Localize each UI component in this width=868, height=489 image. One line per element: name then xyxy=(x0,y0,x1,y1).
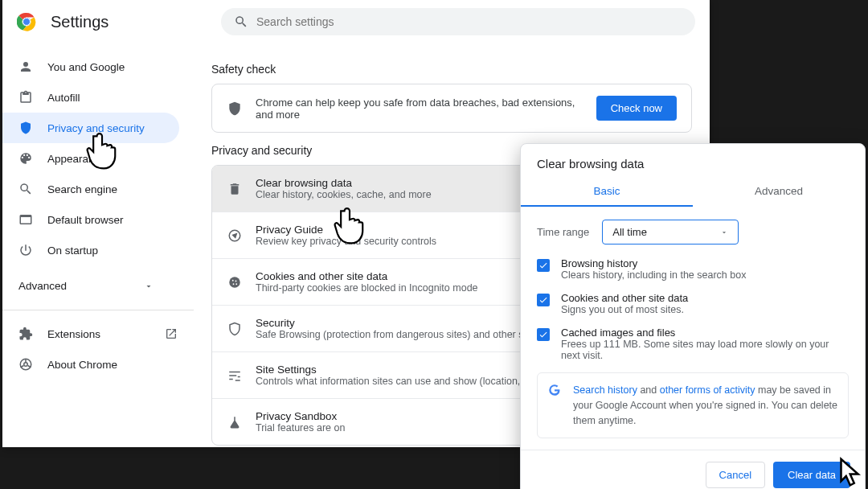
browser-icon xyxy=(18,212,33,227)
safety-card: Chrome can help keep you safe from data … xyxy=(211,84,692,133)
time-range-value: All time xyxy=(612,226,647,238)
sidebar-item-label: Appearance xyxy=(47,153,106,165)
sidebar-item-label: Privacy and security xyxy=(47,122,145,134)
sidebar-item-default-browser[interactable]: Default browser xyxy=(2,204,179,235)
svg-point-11 xyxy=(235,283,237,285)
safety-text: Chrome can help keep you safe from data … xyxy=(256,97,583,121)
search-icon xyxy=(234,14,248,29)
clipboard-icon xyxy=(18,90,33,105)
search-input[interactable] xyxy=(256,15,682,28)
cookie-icon xyxy=(227,275,243,290)
sidebar-divider xyxy=(2,310,194,310)
dialog-title: Clear browsing data xyxy=(521,144,865,177)
time-range-label: Time range xyxy=(537,226,589,238)
svg-point-7 xyxy=(229,277,240,288)
flask-icon xyxy=(227,415,243,429)
clear-browsing-data-dialog: Clear browsing data Basic Advanced Time … xyxy=(520,143,866,489)
check-title: Cookies and other site data xyxy=(561,292,688,304)
about-label: About Chrome xyxy=(47,359,117,371)
sidebar-item-search-engine[interactable]: Search engine xyxy=(2,174,179,204)
check-browsing-history[interactable]: Browsing historyClears history, includin… xyxy=(537,257,849,281)
sidebar-item-about-chrome[interactable]: About Chrome xyxy=(2,349,194,380)
sliders-icon xyxy=(227,368,243,383)
privacy-item-title: Privacy Guide xyxy=(256,224,436,236)
extension-icon xyxy=(18,327,33,341)
check-now-button[interactable]: Check now xyxy=(596,96,677,121)
checkbox-icon[interactable] xyxy=(537,328,550,341)
shield-icon xyxy=(227,101,243,117)
time-range-dropdown[interactable]: All time xyxy=(602,220,739,244)
chrome-outline-icon xyxy=(18,357,33,372)
open-in-new-icon xyxy=(165,327,178,340)
check-title: Browsing history xyxy=(561,257,746,269)
topbar: Settings xyxy=(2,0,710,43)
chevron-down-icon xyxy=(720,228,728,236)
palette-icon xyxy=(18,151,33,166)
shield-outline-icon xyxy=(227,322,243,336)
sidebar-item-label: Default browser xyxy=(47,214,124,226)
svg-point-5 xyxy=(24,363,28,367)
privacy-item-title: Clear browsing data xyxy=(256,177,432,189)
trash-icon xyxy=(227,182,243,196)
sidebar-item-you-and-google[interactable]: You and Google xyxy=(2,51,179,82)
sidebar-item-on-startup[interactable]: On startup xyxy=(2,235,179,265)
svg-point-8 xyxy=(232,279,234,281)
sidebar-item-label: You and Google xyxy=(47,61,125,73)
sidebar-item-label: On startup xyxy=(47,244,98,257)
privacy-item-title: Cookies and other site data xyxy=(256,270,478,282)
sidebar-item-privacy-and-security[interactable]: Privacy and security xyxy=(2,113,179,143)
chrome-logo-icon xyxy=(17,12,36,31)
privacy-item-sub: Third-party cookies are blocked in Incog… xyxy=(256,282,478,294)
chevron-down-icon xyxy=(144,281,154,291)
compass-icon xyxy=(227,228,243,243)
sidebar-item-label: Search engine xyxy=(47,183,117,195)
power-icon xyxy=(18,243,33,257)
info-mid: and xyxy=(637,384,660,396)
tab-advanced[interactable]: Advanced xyxy=(693,177,865,207)
check-cached[interactable]: Cached images and filesFrees up 111 MB. … xyxy=(537,327,849,361)
check-sub: Clears history, including in the search … xyxy=(561,269,746,281)
checkbox-icon[interactable] xyxy=(537,294,550,306)
person-icon xyxy=(18,60,33,74)
magnify-icon xyxy=(18,182,33,196)
check-cookies[interactable]: Cookies and other site dataSigns you out… xyxy=(537,292,849,315)
privacy-item-sub: Clear history, cookies, cache, and more xyxy=(256,189,432,200)
privacy-item-sub: Review key privacy and security controls xyxy=(256,236,436,247)
google-g-icon xyxy=(547,383,562,428)
sidebar-item-autofill[interactable]: Autofill xyxy=(2,82,179,113)
sidebar-item-label: Autofill xyxy=(47,92,80,104)
sidebar-advanced[interactable]: Advanced xyxy=(2,270,170,302)
shield-icon xyxy=(18,121,33,135)
check-sub: Frees up 111 MB. Some sites may load mor… xyxy=(561,339,849,361)
search-wrap xyxy=(221,8,695,35)
checkbox-icon[interactable] xyxy=(537,259,550,272)
sidebar: You and Google Autofill Privacy and secu… xyxy=(2,43,194,447)
search-history-link[interactable]: Search history xyxy=(573,384,637,396)
advanced-label: Advanced xyxy=(18,280,67,292)
check-title: Cached images and files xyxy=(561,327,849,339)
cancel-button[interactable]: Cancel xyxy=(706,462,765,488)
svg-point-2 xyxy=(23,18,30,25)
sidebar-item-appearance[interactable]: Appearance xyxy=(2,143,179,174)
dialog-tabs: Basic Advanced xyxy=(521,177,865,207)
extensions-label: Extensions xyxy=(47,328,100,340)
info-box: Search history and other forms of activi… xyxy=(537,372,849,438)
sidebar-item-extensions[interactable]: Extensions xyxy=(2,318,194,349)
clear-data-button[interactable]: Clear data xyxy=(773,462,850,488)
page-title: Settings xyxy=(51,13,108,31)
other-activity-link[interactable]: other forms of activity xyxy=(660,384,755,396)
check-sub: Signs you out of most sites. xyxy=(561,304,688,315)
search-box[interactable] xyxy=(221,8,695,35)
privacy-item-title: Privacy Sandbox xyxy=(256,410,345,422)
svg-point-9 xyxy=(235,280,237,281)
tab-basic[interactable]: Basic xyxy=(521,177,693,207)
safety-section-title: Safety check xyxy=(211,63,692,76)
privacy-item-sub: Trial features are on xyxy=(256,422,345,434)
svg-point-10 xyxy=(233,283,235,285)
